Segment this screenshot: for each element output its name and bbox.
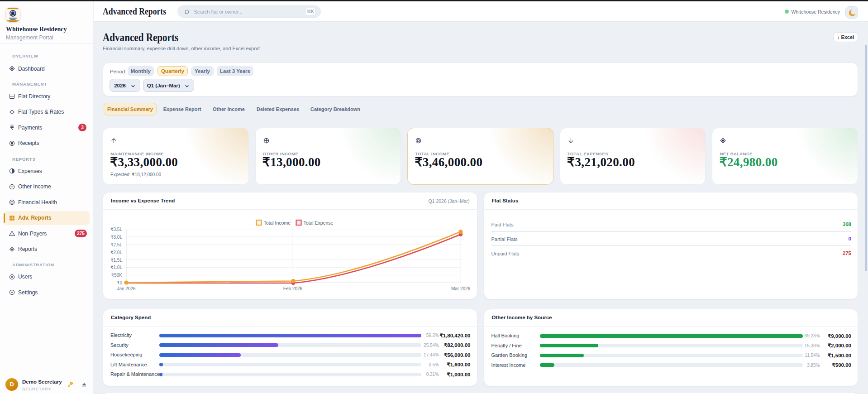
- svg-text:Total Income: Total Income: [264, 220, 291, 226]
- svg-text:₹50K: ₹50K: [111, 273, 122, 278]
- svg-text:₹1.0L: ₹1.0L: [110, 265, 122, 270]
- svg-text:Total Expense: Total Expense: [304, 220, 334, 226]
- svg-text:Mar 2026: Mar 2026: [451, 286, 471, 291]
- svg-text:Jan 2026: Jan 2026: [117, 286, 136, 291]
- svg-text:₹1.5L: ₹1.5L: [110, 258, 122, 263]
- svg-text:₹3.5L: ₹3.5L: [110, 227, 122, 232]
- svg-text:₹0: ₹0: [117, 280, 122, 285]
- svg-text:₹3.0L: ₹3.0L: [110, 235, 122, 240]
- svg-text:Feb 2026: Feb 2026: [283, 286, 303, 291]
- svg-text:₹2.5L: ₹2.5L: [110, 242, 122, 247]
- svg-text:₹2.0L: ₹2.0L: [110, 250, 122, 255]
